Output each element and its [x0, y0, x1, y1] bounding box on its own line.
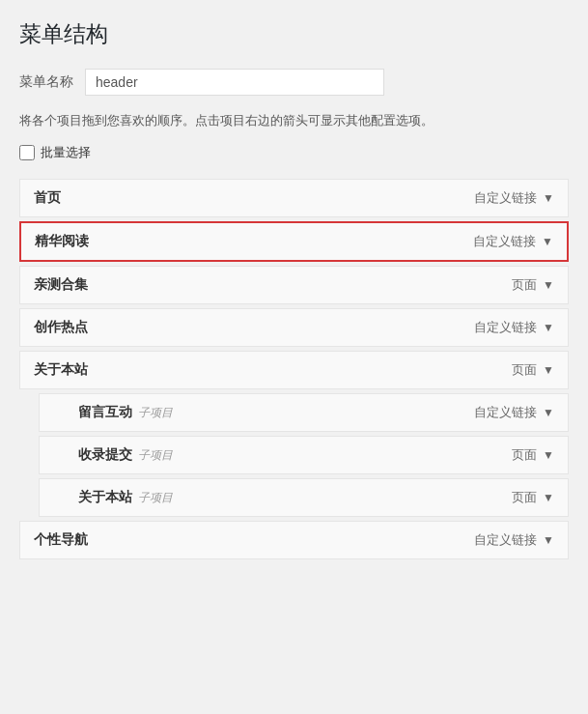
menu-item-home-right: 自定义链接 ▼ — [474, 189, 554, 207]
bulk-select-row: 批量选择 — [19, 144, 569, 161]
menu-item-about-site[interactable]: 关于本站 页面 ▼ — [19, 351, 569, 389]
sub-item-message-interaction-label-group: 留言互动 子项目 — [78, 404, 173, 421]
menu-item-personal-nav-right: 自定义链接 ▼ — [474, 531, 554, 549]
menu-name-row: 菜单名称 — [19, 69, 569, 96]
page-title: 菜单结构 — [19, 19, 569, 49]
menu-item-home-type: 自定义链接 — [474, 189, 537, 207]
sub-item-submit-inclusion[interactable]: 收录提交 子项目 页面 ▼ — [39, 436, 569, 474]
sub-items-about-site: 留言互动 子项目 自定义链接 ▼ 收录提交 子项目 页面 ▼ — [39, 393, 569, 521]
menu-item-personal-nav-label: 个性导航 — [34, 531, 88, 549]
menu-item-featured-reading-chevron[interactable]: ▼ — [542, 235, 553, 248]
menu-item-creation-hot[interactable]: 创作热点 自定义链接 ▼ — [19, 308, 569, 347]
page-container: 菜单结构 菜单名称 将各个项目拖到您喜欢的顺序。点击项目右边的箭头可显示其他配置… — [0, 0, 588, 592]
sub-item-about-site-sub-chevron[interactable]: ▼ — [543, 491, 554, 504]
menu-item-test-collection-chevron[interactable]: ▼ — [543, 278, 554, 292]
menu-item-creation-hot-right: 自定义链接 ▼ — [474, 319, 554, 336]
sub-item-about-site-sub-right: 页面 ▼ — [512, 489, 554, 506]
menu-item-featured-reading-type: 自定义链接 — [473, 233, 536, 250]
menu-item-personal-nav[interactable]: 个性导航 自定义链接 ▼ — [19, 521, 569, 559]
menu-item-home[interactable]: 首页 自定义链接 ▼ — [19, 179, 569, 217]
description-text: 将各个项目拖到您喜欢的顺序。点击项目右边的箭头可显示其他配置选项。 — [19, 111, 569, 130]
bulk-select-checkbox[interactable] — [19, 145, 35, 160]
menu-item-about-site-right: 页面 ▼ — [512, 361, 554, 379]
menu-item-featured-reading[interactable]: 精华阅读 自定义链接 ▼ — [19, 221, 569, 262]
sub-item-message-interaction[interactable]: 留言互动 子项目 自定义链接 ▼ — [39, 393, 569, 432]
menu-item-test-collection-type: 页面 — [512, 276, 537, 294]
sub-item-about-site-sub-label: 关于本站 — [78, 489, 132, 506]
menu-item-creation-hot-chevron[interactable]: ▼ — [543, 321, 554, 334]
sub-item-message-interaction-suffix: 子项目 — [138, 405, 173, 421]
sub-item-submit-inclusion-label: 收录提交 — [78, 446, 132, 464]
menu-item-about-site-type: 页面 — [512, 361, 537, 379]
menu-item-personal-nav-type: 自定义链接 — [474, 531, 537, 549]
sub-item-message-interaction-right: 自定义链接 ▼ — [474, 404, 554, 421]
sub-item-message-interaction-chevron[interactable]: ▼ — [543, 406, 554, 419]
menu-name-input[interactable] — [85, 69, 384, 96]
menu-item-home-chevron[interactable]: ▼ — [543, 191, 554, 205]
menu-list: 首页 自定义链接 ▼ 精华阅读 自定义链接 ▼ 亲测合集 页面 ▼ 创作热点 — [19, 179, 569, 563]
menu-item-about-site-label: 关于本站 — [34, 361, 88, 379]
sub-item-message-interaction-label: 留言互动 — [78, 404, 132, 421]
sub-item-submit-inclusion-right: 页面 ▼ — [512, 446, 554, 464]
menu-name-label: 菜单名称 — [19, 73, 73, 91]
menu-item-creation-hot-type: 自定义链接 — [474, 319, 537, 336]
menu-item-personal-nav-chevron[interactable]: ▼ — [543, 533, 554, 547]
sub-item-submit-inclusion-chevron[interactable]: ▼ — [543, 448, 554, 462]
menu-item-home-label: 首页 — [34, 189, 61, 207]
menu-item-featured-reading-label: 精华阅读 — [35, 233, 89, 250]
bulk-select-label[interactable]: 批量选择 — [41, 144, 91, 161]
sub-item-about-site-sub-label-group: 关于本站 子项目 — [78, 489, 173, 506]
sub-item-about-site-sub-type: 页面 — [512, 489, 537, 506]
menu-item-creation-hot-label: 创作热点 — [34, 319, 88, 336]
sub-item-about-site-sub[interactable]: 关于本站 子项目 页面 ▼ — [39, 478, 569, 517]
sub-item-submit-inclusion-label-group: 收录提交 子项目 — [78, 446, 173, 464]
sub-item-submit-inclusion-type: 页面 — [512, 446, 537, 464]
menu-item-test-collection-right: 页面 ▼ — [512, 276, 554, 294]
sub-item-about-site-sub-suffix: 子项目 — [138, 490, 173, 506]
sub-item-submit-inclusion-suffix: 子项目 — [138, 447, 173, 464]
sub-item-message-interaction-type: 自定义链接 — [474, 404, 537, 421]
menu-item-test-collection-label: 亲测合集 — [34, 276, 88, 294]
menu-item-test-collection[interactable]: 亲测合集 页面 ▼ — [19, 266, 569, 304]
menu-item-about-site-chevron[interactable]: ▼ — [543, 363, 554, 377]
menu-item-featured-reading-right: 自定义链接 ▼ — [473, 233, 553, 250]
